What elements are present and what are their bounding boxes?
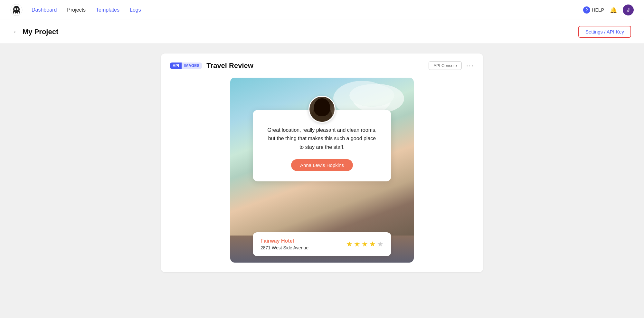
badge-images: IMAGES bbox=[182, 63, 202, 69]
nav-templates[interactable]: Templates bbox=[96, 7, 119, 13]
hotel-info: Fairway Hotel 2871 West Side Avenue bbox=[260, 238, 308, 250]
star-4: ★ bbox=[369, 240, 376, 248]
nav-links: Dashboard Projects Templates Logs bbox=[32, 7, 583, 13]
star-3: ★ bbox=[362, 240, 368, 248]
review-text: Great location, really pleasant and clea… bbox=[266, 126, 378, 151]
svg-rect-9 bbox=[19, 11, 20, 14]
svg-rect-6 bbox=[15, 12, 16, 14]
api-console-button[interactable]: API Console bbox=[429, 61, 461, 70]
preview-area: Great location, really pleasant and clea… bbox=[170, 78, 474, 263]
star-rating: ★ ★ ★ ★ ★ bbox=[346, 240, 384, 248]
back-title: ← My Project bbox=[13, 28, 58, 36]
card-header-right: API Console ··· bbox=[429, 61, 474, 70]
avatar-hair bbox=[314, 98, 330, 116]
badge-group: API IMAGES bbox=[170, 63, 202, 69]
svg-rect-8 bbox=[13, 11, 14, 14]
svg-point-4 bbox=[15, 8, 15, 9]
nav-projects[interactable]: Projects bbox=[67, 7, 86, 13]
star-5: ★ bbox=[377, 240, 384, 248]
svg-point-5 bbox=[17, 8, 18, 9]
app-logo bbox=[10, 4, 23, 16]
bell-icon[interactable]: 🔔 bbox=[610, 6, 617, 14]
card-header-left: API IMAGES Travel Review bbox=[170, 62, 253, 70]
star-2: ★ bbox=[354, 240, 360, 248]
travel-background: Great location, really pleasant and clea… bbox=[230, 78, 414, 236]
page-title: My Project bbox=[23, 28, 58, 36]
help-label: HELP bbox=[592, 7, 604, 13]
navbar-right: ? HELP 🔔 J bbox=[583, 5, 634, 15]
nav-dashboard[interactable]: Dashboard bbox=[32, 7, 57, 13]
review-card: Great location, really pleasant and clea… bbox=[253, 110, 391, 181]
reviewer-name: Anna Lewis Hopkins bbox=[291, 159, 353, 171]
svg-rect-7 bbox=[17, 12, 18, 14]
project-card: API IMAGES Travel Review API Console ··· bbox=[161, 53, 483, 272]
hotel-address: 2871 West Side Avenue bbox=[260, 245, 308, 250]
page-header: ← My Project Settings / API Key bbox=[0, 20, 644, 44]
hotel-name: Fairway Hotel bbox=[260, 238, 308, 244]
main-content: API IMAGES Travel Review API Console ··· bbox=[0, 44, 644, 318]
navbar: Dashboard Projects Templates Logs ? HELP… bbox=[0, 0, 644, 20]
hotel-card: Fairway Hotel 2871 West Side Avenue ★ ★ … bbox=[253, 232, 391, 256]
help-button[interactable]: ? HELP bbox=[583, 6, 604, 14]
reviewer-avatar bbox=[308, 96, 336, 123]
settings-api-key-button[interactable]: Settings / API Key bbox=[578, 26, 631, 38]
more-menu-icon[interactable]: ··· bbox=[466, 62, 474, 70]
help-icon: ? bbox=[583, 6, 590, 14]
star-1: ★ bbox=[346, 240, 353, 248]
badge-api: API bbox=[170, 63, 182, 69]
nav-logs[interactable]: Logs bbox=[130, 7, 141, 13]
back-arrow[interactable]: ← bbox=[13, 28, 19, 35]
card-header: API IMAGES Travel Review API Console ··· bbox=[170, 61, 474, 70]
user-avatar[interactable]: J bbox=[623, 5, 634, 15]
card-title: Travel Review bbox=[206, 62, 253, 70]
travel-card-wrapper: Great location, really pleasant and clea… bbox=[230, 78, 414, 263]
